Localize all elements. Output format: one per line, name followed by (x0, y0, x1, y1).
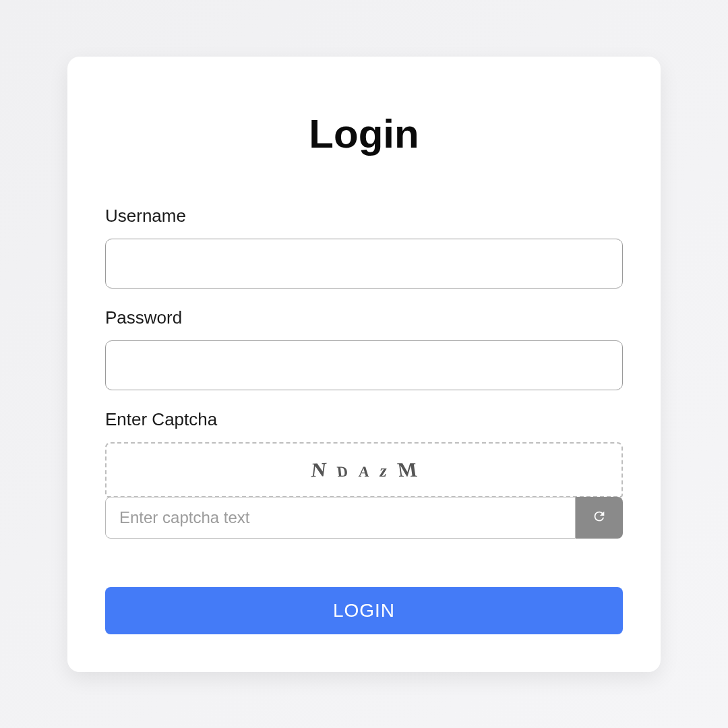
captcha-char-5: M (396, 458, 418, 481)
username-label: Username (105, 206, 623, 226)
password-field-group: Password (105, 307, 623, 390)
captcha-display: N D A z M (105, 442, 623, 497)
page-title: Login (105, 111, 623, 157)
login-card: Login Username Password Enter Captcha N … (67, 57, 661, 672)
captcha-field-group: Enter Captcha N D A z M (105, 409, 623, 539)
captcha-input-row (105, 497, 623, 539)
captcha-char-4: z (380, 461, 387, 481)
password-label: Password (105, 307, 623, 328)
captcha-input[interactable] (105, 497, 576, 539)
captcha-char-3: A (358, 463, 370, 481)
password-input[interactable] (105, 340, 623, 390)
username-field-group: Username (105, 206, 623, 289)
captcha-value-text: N D A z M (311, 458, 417, 481)
captcha-char-2: D (336, 463, 348, 481)
login-button[interactable]: LOGIN (105, 587, 623, 634)
refresh-icon (592, 509, 607, 526)
captcha-refresh-button[interactable] (576, 497, 623, 539)
username-input[interactable] (105, 239, 623, 289)
captcha-label: Enter Captcha (105, 409, 623, 430)
captcha-char-1: N (310, 458, 328, 481)
